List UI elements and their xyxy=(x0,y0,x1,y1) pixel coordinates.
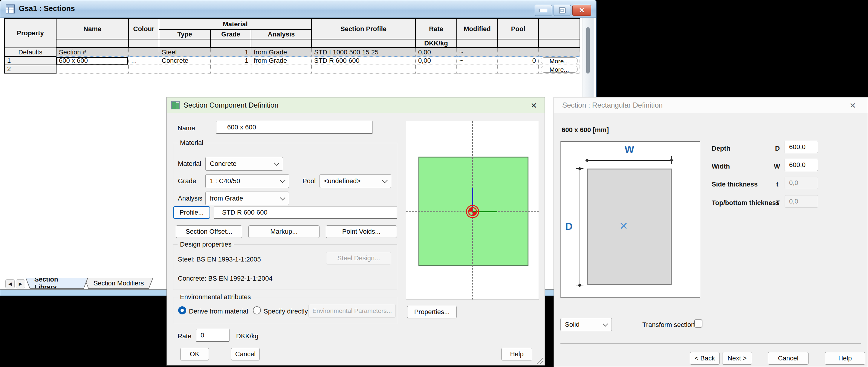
cancel-button[interactable]: Cancel xyxy=(768,352,808,365)
grade-select[interactable]: 1 : C40/50 xyxy=(205,174,289,188)
dialog-title: Section Component Definition xyxy=(184,101,279,110)
units-cell xyxy=(129,39,159,48)
environmental-label: Environmental attributes xyxy=(178,293,253,301)
environmental-parameters-button[interactable]: Environmental Parameters... xyxy=(308,304,396,318)
maximize-icon xyxy=(559,7,565,13)
specify-directly-label[interactable]: Specify directly xyxy=(264,308,308,315)
help-button[interactable]: Help xyxy=(501,348,532,360)
units-cell xyxy=(159,39,211,48)
steel-design-button[interactable]: Steel Design... xyxy=(326,252,391,265)
units-cell xyxy=(457,39,498,48)
close-button[interactable]: × xyxy=(572,5,591,16)
rect-dialog-titlebar[interactable]: Section : Rectangular Definition × xyxy=(554,97,868,113)
col-header-colour: Colour xyxy=(129,19,159,39)
grade-label: Grade xyxy=(178,177,196,185)
cell-analysis[interactable]: from Grade xyxy=(251,48,312,57)
row-header[interactable]: Defaults xyxy=(5,48,57,57)
cell-modified[interactable]: ~ xyxy=(457,48,498,57)
cell-name-selected[interactable]: 600 x 600 xyxy=(57,57,129,65)
top-bottom-thickness-label: Top/bottom thickness xyxy=(712,199,779,207)
cell-rate[interactable]: 0,00 xyxy=(416,57,457,65)
pool-select[interactable]: <undefined> xyxy=(319,174,391,188)
rate-input[interactable]: 0 xyxy=(196,329,229,342)
cell-analysis[interactable]: from Grade xyxy=(251,57,312,65)
cell-analysis[interactable] xyxy=(251,65,312,73)
shape-type-select[interactable]: Solid xyxy=(560,318,612,331)
tab-scroll-right-button[interactable]: ▶ xyxy=(16,279,25,288)
cell-type[interactable]: Steel xyxy=(159,48,211,57)
width-input[interactable]: 600,0 xyxy=(785,159,818,171)
tab-scroll-left-button[interactable]: ◀ xyxy=(5,279,14,288)
ok-button[interactable]: OK xyxy=(180,348,209,360)
cell-name[interactable] xyxy=(57,65,129,73)
back-button[interactable]: < Back xyxy=(690,352,720,365)
cell-name[interactable]: Section # xyxy=(57,48,129,57)
more-button-row1[interactable]: More... xyxy=(541,57,578,64)
derive-from-material-radio[interactable] xyxy=(178,306,186,314)
cell-pool[interactable] xyxy=(498,48,539,57)
cell-rate[interactable]: 0,00 xyxy=(416,48,457,57)
name-input[interactable]: 600 x 600 xyxy=(216,121,373,134)
tab-section-library[interactable]: Section Library xyxy=(25,278,88,289)
derive-from-material-label[interactable]: Derive from material xyxy=(189,308,248,315)
cell-colour[interactable] xyxy=(129,65,159,73)
cell-rate[interactable] xyxy=(416,65,457,73)
cell-colour[interactable]: ... xyxy=(129,57,159,65)
rate-label: Rate xyxy=(178,332,191,340)
cell-pool[interactable]: 0 xyxy=(498,57,539,65)
properties-button[interactable]: Properties... xyxy=(407,306,457,318)
material-select[interactable]: Concrete xyxy=(205,157,283,171)
scrollbar-thumb[interactable] xyxy=(586,27,590,73)
depth-symbol-label: D xyxy=(775,145,780,152)
cell-modified[interactable]: ~ xyxy=(457,57,498,65)
design-properties-label: Design properties xyxy=(178,241,234,248)
cell-profile[interactable]: STD R 600 600 xyxy=(312,57,416,65)
resize-grip-icon[interactable] xyxy=(536,357,543,364)
transform-section-label[interactable]: Transform section xyxy=(642,321,695,329)
cell-modified[interactable] xyxy=(457,65,498,73)
top-bottom-thickness-symbol: T xyxy=(776,199,779,207)
cell-grade[interactable]: 1 xyxy=(211,48,251,57)
cell-grade[interactable] xyxy=(211,65,251,73)
col-header-buttons xyxy=(539,19,580,39)
minimize-icon xyxy=(539,9,547,12)
material-group-label: Material xyxy=(178,139,206,147)
specify-directly-radio[interactable] xyxy=(253,306,261,314)
close-icon[interactable]: × xyxy=(528,99,540,111)
maximize-button[interactable] xyxy=(554,5,571,16)
cell-grade[interactable]: 1 xyxy=(211,57,251,65)
cell-profile[interactable] xyxy=(312,65,416,73)
row-header[interactable]: 1 xyxy=(5,57,57,65)
profile-button[interactable]: Profile... xyxy=(173,206,210,219)
cell-profile[interactable]: STD I 1000 500 15 25 xyxy=(312,48,416,57)
design-properties-group: Design properties Steel: BS EN 1993-1-1:… xyxy=(173,244,397,290)
close-icon[interactable]: × xyxy=(847,99,859,111)
depth-input[interactable]: 600,0 xyxy=(785,141,818,153)
profile-input[interactable]: STD R 600 600 xyxy=(214,206,397,219)
table-grid-icon xyxy=(6,4,14,13)
cancel-button[interactable]: Cancel xyxy=(231,348,260,360)
component-dialog-titlebar[interactable]: Section Component Definition × xyxy=(167,97,545,113)
next-button[interactable]: Next > xyxy=(722,352,752,365)
cell-type[interactable]: Concrete xyxy=(159,57,211,65)
cell-pool[interactable] xyxy=(498,65,539,73)
section-offset-button[interactable]: Section Offset... xyxy=(176,225,242,238)
cell-buttons: More... xyxy=(539,57,580,65)
row-header[interactable]: 2 xyxy=(5,65,57,73)
cell-colour[interactable] xyxy=(129,48,159,57)
markup-button[interactable]: Markup... xyxy=(248,225,319,238)
tab-section-modifiers[interactable]: Section Modifiers xyxy=(84,278,153,289)
more-button-row2[interactable]: More... xyxy=(541,66,578,72)
minimize-button[interactable] xyxy=(535,5,552,16)
sections-titlebar[interactable]: Gsa1 : Sections × xyxy=(0,0,596,18)
col-header-rate: Rate xyxy=(416,19,457,39)
point-voids-button[interactable]: Point Voids... xyxy=(326,225,397,238)
steel-code-text: Steel: BS EN 1993-1-1:2005 xyxy=(178,255,261,263)
help-button[interactable]: Help xyxy=(825,352,865,365)
transform-section-checkbox[interactable] xyxy=(694,319,703,328)
cell-type[interactable] xyxy=(159,65,211,73)
analysis-select[interactable]: from Grade xyxy=(205,191,289,205)
col-header-profile: Section Profile xyxy=(312,19,416,39)
col-header-name: Name xyxy=(57,19,129,39)
grade-value: 1 : C40/50 xyxy=(210,177,240,185)
